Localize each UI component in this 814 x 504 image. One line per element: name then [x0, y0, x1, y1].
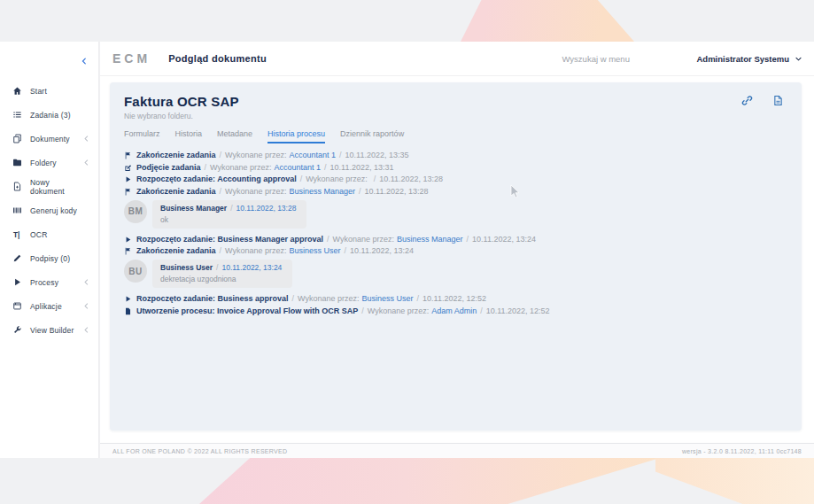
footer: ALL FOR ONE POLAND © 2022 ALL RIGHTS RES…	[100, 443, 814, 458]
tab-historia-procesu[interactable]: Historia procesu	[267, 129, 325, 143]
comment-timestamp: 10.11.2022, 13:28	[236, 204, 297, 213]
event-timestamp: 10.11.2022, 12:52	[423, 295, 486, 303]
user-link[interactable]: Business Manager	[397, 236, 463, 244]
comment-author: Business Manager	[160, 204, 227, 213]
sidebar: Start Zadania (3) Dokumenty Foldery Nowy…	[0, 42, 99, 458]
event-timestamp: 10.11.2022, 13:28	[379, 175, 443, 183]
user-link[interactable]: Business User	[290, 247, 341, 255]
top-header: ECM Podgląd dokumentu Administrator Syst…	[100, 42, 814, 76]
user-link[interactable]: Accountant 1	[275, 164, 322, 172]
document-tabs: Formularz Historia Metadane Historia pro…	[124, 129, 787, 143]
sidebar-item-generuj-kody[interactable]: Generuj kody	[0, 198, 98, 222]
avatar: BM	[124, 200, 147, 223]
timeline-event: Utworzenie procesu: Invoice Approval Flo…	[124, 307, 787, 315]
sidebar-item-nowy-dokument[interactable]: Nowy dokument	[0, 174, 98, 198]
sidebar-item-procesy[interactable]: Procesy	[0, 270, 98, 294]
comment-bubble: Business Manager / 10.11.2022, 13:28 ok	[152, 200, 306, 229]
sidebar-nav: Start Zadania (3) Dokumenty Foldery Nowy…	[0, 42, 98, 342]
timeline-event: Podjęcie zadania / Wykonane przez: Accou…	[124, 164, 787, 172]
decorative-shape-bottom-peach	[655, 458, 814, 504]
file-icon	[124, 307, 132, 315]
link-icon[interactable]	[741, 95, 753, 106]
document-subtitle: Nie wybrano folderu.	[124, 112, 787, 120]
ocr-icon: T|	[12, 229, 22, 239]
page-title: Podgląd dokumentu	[168, 53, 267, 64]
performed-by-label: Wykonane przez:	[225, 188, 286, 196]
tab-dziennik-raportow[interactable]: Dziennik raportów	[340, 129, 404, 143]
document-title: Faktura OCR SAP	[124, 94, 787, 109]
avatar: BU	[124, 260, 147, 283]
performed-by-label: Wykonane przez:	[210, 164, 271, 172]
edit-icon	[124, 164, 132, 172]
performed-by-label: Wykonane przez:	[225, 151, 286, 159]
flag-icon	[124, 151, 132, 159]
tab-historia[interactable]: Historia	[175, 129, 203, 143]
chevron-left-icon	[82, 135, 90, 143]
menu-search-input[interactable]	[562, 54, 643, 64]
main-content: Faktura OCR SAP Nie wybrano folderu. For…	[100, 76, 814, 458]
sidebar-item-zadania[interactable]: Zadania (3)	[0, 103, 98, 127]
sidebar-item-dokumenty[interactable]: Dokumenty	[0, 127, 98, 151]
user-link[interactable]: Accountant 1	[290, 151, 337, 159]
event-timestamp: 10.11.2022, 13:35	[345, 151, 409, 159]
chevron-left-icon	[82, 159, 90, 167]
tab-formularz[interactable]: Formularz	[124, 129, 160, 143]
user-link[interactable]: Business User	[362, 295, 414, 303]
performed-by-label: Wykonane przez:	[225, 247, 286, 255]
document-actions	[741, 95, 784, 106]
sidebar-collapse-button[interactable]	[80, 53, 90, 64]
document-card: Faktura OCR SAP Nie wybrano folderu. For…	[110, 82, 802, 430]
play-icon	[124, 295, 132, 303]
sidebar-item-ocr[interactable]: T| OCR	[0, 222, 98, 246]
chevron-down-icon	[795, 55, 802, 63]
timeline-comment: BM Business Manager / 10.11.2022, 13:28 …	[124, 200, 787, 229]
user-name: Administrator Systemu	[696, 54, 789, 64]
tasks-icon	[12, 110, 22, 120]
comment-bubble: Business User / 10.11.2022, 13:24 dekret…	[152, 260, 292, 288]
sidebar-item-aplikacje[interactable]: Aplikacje	[0, 294, 98, 318]
performed-by-label: Wykonane przez:	[333, 236, 394, 244]
chevron-left-icon	[82, 278, 90, 286]
comment-text: dekretacja uzgodniona	[160, 275, 282, 283]
user-link[interactable]: Business Manager	[290, 188, 356, 196]
performed-by-label: Wykonane przez:	[306, 175, 367, 183]
timeline-event: Rozpoczęto zadanie: Business approval / …	[124, 295, 787, 303]
decorative-shape-bottom-pink	[199, 458, 660, 504]
event-timestamp: 10.11.2022, 13:24	[350, 247, 414, 255]
footer-version: wersja - 3.2.0 8.11.2022, 11:11 0cc7148	[682, 448, 802, 454]
comment-author: Business User	[160, 263, 213, 272]
sidebar-item-foldery[interactable]: Foldery	[0, 151, 98, 174]
performed-by-label: Wykonane przez:	[298, 295, 359, 303]
user-link[interactable]: Adam Admin	[431, 307, 477, 315]
documents-icon	[12, 134, 22, 143]
new-document-icon	[12, 182, 22, 191]
applications-icon	[12, 301, 22, 311]
barcode-icon	[12, 205, 22, 215]
timeline-event: Zakończenie zadania / Wykonane przez: Ac…	[124, 151, 787, 159]
app-logo: ECM	[112, 51, 151, 66]
event-timestamp: 10.11.2022, 13:24	[472, 236, 536, 244]
footer-copyright: ALL FOR ONE POLAND © 2022 ALL RIGHTS RES…	[112, 448, 287, 454]
signature-icon	[12, 253, 22, 263]
wrench-icon	[12, 325, 22, 335]
event-timestamp: 10.11.2022, 13:31	[330, 164, 394, 172]
timeline-comment: BU Business User / 10.11.2022, 13:24 dek…	[124, 260, 787, 288]
processes-icon	[12, 277, 22, 287]
event-timestamp: 10.11.2022, 13:28	[365, 188, 429, 196]
sidebar-item-start[interactable]: Start	[0, 79, 98, 103]
timeline-event: Rozpoczęto zadanie: Business Manager app…	[124, 236, 787, 244]
timeline-event: Zakończenie zadania / Wykonane przez: Bu…	[124, 247, 787, 255]
tab-metadane[interactable]: Metadane	[217, 129, 252, 143]
sidebar-item-view-builder[interactable]: View Builder	[0, 318, 98, 342]
process-history-timeline: Zakończenie zadania / Wykonane przez: Ac…	[124, 151, 787, 315]
svg-text:T|: T|	[13, 231, 19, 239]
play-icon	[124, 236, 132, 244]
decorative-triangle-top	[461, 0, 634, 42]
home-icon	[12, 86, 22, 96]
file-preview-icon[interactable]	[772, 95, 784, 106]
timeline-event: Zakończenie zadania / Wykonane przez: Bu…	[124, 188, 787, 196]
comment-timestamp: 10.11.2022, 13:24	[221, 263, 282, 272]
sidebar-item-podpisy[interactable]: Podpisy (0)	[0, 246, 98, 270]
performed-by-label: Wykonane przez:	[368, 307, 429, 315]
user-menu[interactable]: Administrator Systemu	[696, 54, 802, 64]
